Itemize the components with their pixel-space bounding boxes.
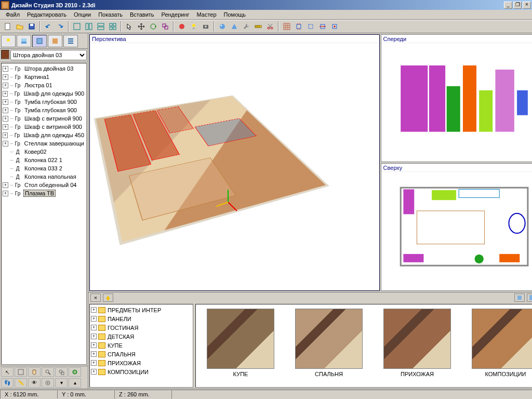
expand-icon[interactable]: + (91, 369, 97, 375)
catalog-tree-item[interactable]: +ПРЕДМЕТЫ ИНТЕР (91, 305, 192, 314)
tab-objects-icon[interactable] (32, 35, 47, 47)
expand-icon[interactable]: + (3, 132, 8, 138)
nav-zoom-icon[interactable] (42, 367, 54, 377)
redo-icon[interactable] (55, 21, 66, 32)
material-icon[interactable] (176, 21, 188, 32)
object-color-swatch[interactable] (1, 50, 9, 59)
tree-item[interactable]: +····ГрТумба глубокая 900 (3, 98, 85, 106)
tree-item[interactable]: +····ГрШтора двойная 03 (3, 64, 85, 73)
scene-tree[interactable]: +····ГрШтора двойная 03+····ГрКартина1+·… (1, 63, 87, 365)
expand-icon[interactable]: + (3, 191, 8, 196)
perspective-canvas[interactable] (90, 43, 379, 290)
thumb-med-icon[interactable] (527, 294, 532, 302)
undo-icon[interactable] (43, 21, 54, 32)
snap-1-icon[interactable] (293, 21, 304, 32)
tree-item[interactable]: +····ГрПлазма ТВ (3, 189, 85, 197)
tool-select-icon[interactable] (124, 21, 135, 32)
tab-materials-icon[interactable] (48, 35, 62, 47)
tree-item[interactable]: +····ГрТумба глубокая 900 (3, 106, 85, 114)
expand-icon[interactable]: + (91, 316, 97, 322)
tree-item[interactable]: +····ГрШкаф с витриной 900 (3, 114, 85, 123)
tree-item[interactable]: +····ГрСтеллаж завершающи (3, 139, 85, 148)
expand-icon[interactable]: + (3, 74, 8, 80)
expand-icon[interactable]: + (91, 351, 97, 357)
catalog-tree-item[interactable]: +ДЕТСКАЯ (91, 332, 192, 341)
nav-zoomext-icon[interactable] (15, 367, 27, 377)
expand-icon[interactable]: + (3, 116, 8, 122)
expand-icon[interactable]: + (91, 360, 97, 366)
catalog-tree-item[interactable]: +КУПЕ (91, 341, 192, 350)
snap-3-icon[interactable] (317, 21, 328, 32)
light-icon[interactable] (188, 21, 200, 32)
tree-item[interactable]: ····ДКолонка напольная (3, 172, 85, 181)
render-sphere-icon[interactable] (217, 21, 228, 32)
camera-icon[interactable] (200, 21, 211, 32)
thumbnail[interactable]: КОМПОЗИЦИИ (469, 309, 532, 383)
menu-file[interactable]: Файл (2, 10, 23, 19)
layout-2-icon[interactable] (83, 21, 95, 32)
catalog-tree-item[interactable]: +СПАЛЬНЯ (91, 350, 192, 358)
tree-item[interactable]: +····ГрШкаф для одежды 900 (3, 89, 85, 98)
nav-pan-icon[interactable] (28, 367, 41, 377)
nav-pointer-icon[interactable]: ↖ (1, 367, 14, 377)
expand-icon[interactable]: + (3, 182, 8, 188)
layout-1-icon[interactable] (71, 21, 83, 32)
catalog-close-icon[interactable]: × (90, 294, 101, 302)
nav-orbit-icon[interactable] (69, 367, 81, 377)
viewport-top[interactable]: Сверху (381, 163, 532, 291)
viewport-front[interactable]: Спереди (381, 34, 532, 162)
minimize-button[interactable]: _ (504, 2, 512, 9)
measure-icon[interactable] (252, 21, 264, 32)
new-icon[interactable] (2, 21, 14, 32)
snap-2-icon[interactable] (305, 21, 316, 32)
thumb-small-icon[interactable] (514, 294, 525, 302)
nav-show-icon[interactable] (42, 378, 54, 388)
catalog-tree-item[interactable]: +ПРИХОЖАЯ (91, 358, 192, 367)
menu-options[interactable]: Опции (70, 10, 95, 19)
expand-icon[interactable]: + (3, 83, 8, 88)
cut-icon[interactable] (264, 21, 276, 32)
expand-icon[interactable]: + (91, 342, 97, 348)
viewport-perspective[interactable]: Перспектива (89, 34, 380, 291)
expand-icon[interactable]: + (3, 99, 8, 105)
catalog-tree-item[interactable]: +КОМПОЗИЦИИ (91, 367, 192, 376)
thumbnail[interactable]: КУПЕ (204, 309, 277, 383)
catalog-tree-item[interactable]: +ГОСТИНАЯ (91, 323, 192, 332)
tree-item[interactable]: +····ГрСтол обеденный 04 (3, 181, 85, 189)
expand-icon[interactable]: + (91, 334, 97, 339)
thumbnail[interactable]: ПРИХОЖАЯ (381, 309, 454, 383)
tab-props-icon[interactable] (63, 35, 78, 47)
tool-scale-icon[interactable] (159, 21, 171, 32)
menu-help[interactable]: Помощь (220, 10, 250, 19)
expand-icon[interactable]: + (91, 325, 97, 330)
catalog-tree[interactable]: +ПРЕДМЕТЫ ИНТЕР+ПАНЕЛИ+ГОСТИНАЯ+ДЕТСКАЯ+… (89, 304, 193, 388)
render-cone-icon[interactable] (229, 21, 240, 32)
tree-item[interactable]: +····ГрШкаф для одежды 450 (3, 131, 85, 139)
front-canvas[interactable] (381, 43, 532, 162)
expand-icon[interactable]: + (3, 124, 8, 130)
tree-item[interactable]: ····ДКовер02 (3, 148, 85, 156)
expand-icon[interactable]: + (3, 66, 8, 72)
tool-rotate-icon[interactable] (148, 21, 159, 32)
nav-measure-icon[interactable]: 📏 (15, 378, 27, 388)
expand-icon[interactable]: + (3, 141, 8, 147)
nav-collapse-icon[interactable]: ▾ (55, 378, 68, 388)
layout-4-icon[interactable] (107, 21, 118, 32)
menu-edit[interactable]: Редактировать (23, 10, 70, 19)
save-icon[interactable] (26, 21, 37, 32)
thumbnail[interactable]: СПАЛЬНЯ (292, 309, 365, 383)
tab-light-icon[interactable] (1, 35, 16, 47)
thumbnail-panel[interactable]: КУПЕСПАЛЬНЯПРИХОЖАЯКОМПОЗИЦИИ (195, 304, 532, 388)
wrench-icon[interactable] (241, 21, 252, 32)
catalog-up-icon[interactable] (103, 294, 113, 302)
object-select-dropdown[interactable]: Штора двойная 03 (10, 50, 87, 60)
tree-item[interactable]: ····ДКолонка 033 2 (3, 164, 85, 172)
nav-walk-icon[interactable]: 👣 (1, 378, 14, 388)
tree-item[interactable]: +····ГрКартина1 (3, 73, 85, 81)
layout-3-icon[interactable] (95, 21, 107, 32)
menu-rendering[interactable]: Рендеринг (158, 10, 193, 19)
tree-item[interactable]: +····ГрЛюстра 01 (3, 81, 85, 89)
close-button[interactable]: × (523, 2, 531, 9)
tree-item[interactable]: +····ГрШкаф с витриной 900 (3, 123, 85, 131)
maximize-button[interactable]: ❐ (513, 2, 522, 9)
